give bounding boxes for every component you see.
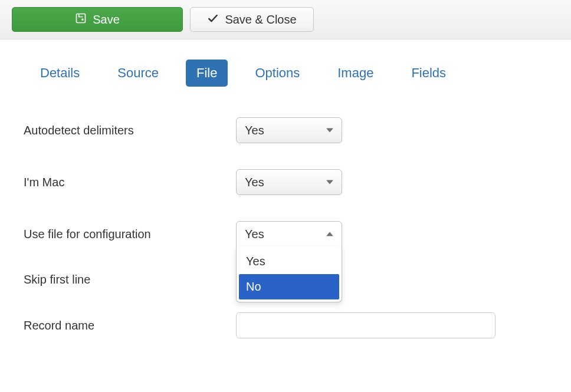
- select-im-mac-value: Yes: [245, 176, 264, 189]
- check-icon: [207, 12, 219, 27]
- row-im-mac: I'm Mac Yes: [24, 156, 547, 208]
- svg-rect-0: [77, 14, 86, 22]
- dropdown-option-yes[interactable]: Yes: [239, 249, 339, 274]
- label-record-name: Record name: [24, 319, 236, 332]
- label-autodetect: Autodetect delimiters: [24, 124, 236, 137]
- tab-file[interactable]: File: [186, 60, 228, 87]
- chevron-down-icon: [326, 129, 333, 133]
- tab-options[interactable]: Options: [244, 60, 310, 87]
- dropdown-option-no[interactable]: No: [239, 274, 339, 299]
- save-close-button[interactable]: Save & Close: [190, 7, 314, 32]
- select-autodetect[interactable]: Yes: [236, 117, 342, 143]
- row-use-file-config: Use file for configuration Yes Yes No: [24, 208, 547, 260]
- select-use-file-config-value: Yes: [245, 228, 264, 241]
- select-im-mac[interactable]: Yes: [236, 169, 342, 195]
- row-autodetect: Autodetect delimiters Yes: [24, 104, 547, 156]
- tab-source[interactable]: Source: [107, 60, 169, 87]
- save-icon: [75, 12, 87, 27]
- save-close-button-label: Save & Close: [225, 13, 296, 27]
- select-use-file-config[interactable]: Yes: [236, 221, 342, 247]
- label-use-file-config: Use file for configuration: [24, 228, 236, 241]
- tab-details[interactable]: Details: [29, 60, 90, 87]
- chevron-up-icon: [326, 232, 333, 236]
- row-record-name: Record name: [24, 299, 547, 351]
- save-button[interactable]: Save: [12, 7, 183, 32]
- tab-image[interactable]: Image: [327, 60, 384, 87]
- chevron-down-icon: [326, 180, 333, 185]
- file-form: Autodetect delimiters Yes I'm Mac Yes Us…: [0, 98, 571, 375]
- save-button-label: Save: [93, 13, 120, 27]
- label-skip-first-line: Skip first line: [24, 273, 236, 286]
- select-autodetect-value: Yes: [245, 124, 264, 137]
- dropdown-use-file-config: Yes No: [236, 246, 342, 302]
- label-im-mac: I'm Mac: [24, 176, 236, 189]
- tab-fields[interactable]: Fields: [401, 60, 457, 87]
- toolbar: Save Save & Close: [0, 0, 571, 39]
- record-name-input[interactable]: [236, 312, 495, 338]
- tabs: Details Source File Options Image Fields: [0, 39, 571, 98]
